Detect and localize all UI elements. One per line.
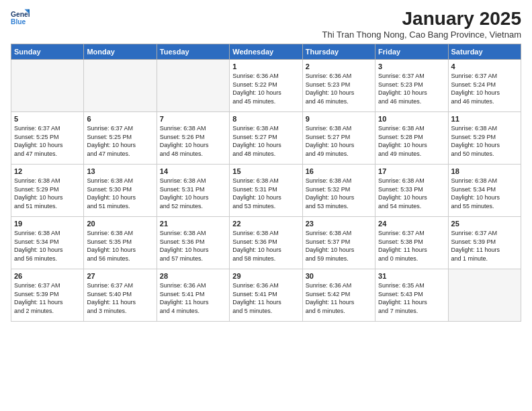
week-row-1: 1Sunrise: 6:36 AM Sunset: 5:22 PM Daylig… bbox=[11, 60, 521, 112]
day-number: 22 bbox=[232, 220, 299, 228]
calendar-cell: 5Sunrise: 6:37 AM Sunset: 5:25 PM Daylig… bbox=[11, 112, 84, 165]
day-number: 19 bbox=[14, 220, 81, 228]
day-info: Sunrise: 6:37 AM Sunset: 5:24 PM Dayligh… bbox=[451, 72, 518, 105]
day-number: 6 bbox=[87, 115, 153, 123]
calendar-subtitle: Thi Tran Thong Nong, Cao Bang Province, … bbox=[322, 30, 521, 40]
day-info: Sunrise: 6:38 AM Sunset: 5:33 PM Dayligh… bbox=[378, 177, 445, 210]
day-info: Sunrise: 6:38 AM Sunset: 5:31 PM Dayligh… bbox=[232, 177, 299, 210]
week-row-4: 19Sunrise: 6:38 AM Sunset: 5:34 PM Dayli… bbox=[11, 217, 521, 269]
day-number: 5 bbox=[14, 115, 81, 123]
title-area: January 2025 Thi Tran Thong Nong, Cao Ba… bbox=[322, 8, 521, 40]
day-info: Sunrise: 6:37 AM Sunset: 5:25 PM Dayligh… bbox=[87, 124, 153, 158]
day-number: 16 bbox=[306, 167, 372, 175]
day-number: 10 bbox=[378, 115, 445, 123]
day-info: Sunrise: 6:36 AM Sunset: 5:41 PM Dayligh… bbox=[232, 281, 299, 315]
day-number: 29 bbox=[232, 272, 299, 280]
calendar-cell: 2Sunrise: 6:36 AM Sunset: 5:23 PM Daylig… bbox=[302, 60, 375, 112]
day-info: Sunrise: 6:38 AM Sunset: 5:36 PM Dayligh… bbox=[232, 229, 299, 263]
day-number: 14 bbox=[160, 167, 226, 175]
day-info: Sunrise: 6:38 AM Sunset: 5:37 PM Dayligh… bbox=[306, 229, 372, 263]
col-wednesday: Wednesday bbox=[230, 44, 302, 60]
calendar-cell: 6Sunrise: 6:37 AM Sunset: 5:25 PM Daylig… bbox=[84, 112, 157, 165]
day-info: Sunrise: 6:37 AM Sunset: 5:39 PM Dayligh… bbox=[14, 281, 81, 315]
day-number: 13 bbox=[87, 167, 153, 175]
day-number: 25 bbox=[451, 220, 518, 228]
calendar-cell: 10Sunrise: 6:38 AM Sunset: 5:28 PM Dayli… bbox=[375, 112, 448, 165]
calendar-cell: 9Sunrise: 6:38 AM Sunset: 5:27 PM Daylig… bbox=[302, 112, 375, 165]
day-number: 15 bbox=[232, 167, 299, 175]
calendar-cell: 24Sunrise: 6:37 AM Sunset: 5:38 PM Dayli… bbox=[375, 217, 448, 269]
col-monday: Monday bbox=[84, 44, 157, 60]
col-thursday: Thursday bbox=[302, 44, 375, 60]
day-number: 4 bbox=[451, 62, 518, 71]
day-number: 30 bbox=[306, 272, 372, 280]
day-info: Sunrise: 6:38 AM Sunset: 5:27 PM Dayligh… bbox=[232, 124, 299, 158]
calendar-cell: 23Sunrise: 6:38 AM Sunset: 5:37 PM Dayli… bbox=[302, 217, 375, 269]
day-info: Sunrise: 6:37 AM Sunset: 5:23 PM Dayligh… bbox=[378, 72, 445, 105]
day-info: Sunrise: 6:37 AM Sunset: 5:39 PM Dayligh… bbox=[451, 229, 518, 263]
calendar-cell: 20Sunrise: 6:38 AM Sunset: 5:35 PM Dayli… bbox=[84, 217, 157, 269]
day-info: Sunrise: 6:38 AM Sunset: 5:34 PM Dayligh… bbox=[14, 229, 81, 263]
day-info: Sunrise: 6:36 AM Sunset: 5:42 PM Dayligh… bbox=[306, 281, 372, 315]
col-tuesday: Tuesday bbox=[157, 44, 229, 60]
calendar-cell bbox=[84, 60, 157, 112]
day-info: Sunrise: 6:37 AM Sunset: 5:25 PM Dayligh… bbox=[14, 124, 81, 158]
day-number: 8 bbox=[232, 115, 299, 123]
day-info: Sunrise: 6:38 AM Sunset: 5:31 PM Dayligh… bbox=[160, 177, 226, 210]
week-row-5: 26Sunrise: 6:37 AM Sunset: 5:39 PM Dayli… bbox=[11, 269, 521, 322]
calendar-cell: 28Sunrise: 6:36 AM Sunset: 5:41 PM Dayli… bbox=[157, 269, 229, 322]
day-number: 27 bbox=[87, 272, 153, 280]
calendar-cell: 12Sunrise: 6:38 AM Sunset: 5:29 PM Dayli… bbox=[11, 165, 84, 217]
calendar-cell: 1Sunrise: 6:36 AM Sunset: 5:22 PM Daylig… bbox=[230, 60, 302, 112]
day-number: 28 bbox=[160, 272, 226, 280]
col-sunday: Sunday bbox=[11, 44, 84, 60]
day-number: 11 bbox=[451, 115, 518, 123]
day-info: Sunrise: 6:38 AM Sunset: 5:34 PM Dayligh… bbox=[451, 177, 518, 210]
calendar-table: Sunday Monday Tuesday Wednesday Thursday… bbox=[11, 44, 521, 322]
calendar-cell: 22Sunrise: 6:38 AM Sunset: 5:36 PM Dayli… bbox=[230, 217, 302, 269]
day-info: Sunrise: 6:37 AM Sunset: 5:40 PM Dayligh… bbox=[87, 281, 153, 315]
calendar-cell: 17Sunrise: 6:38 AM Sunset: 5:33 PM Dayli… bbox=[375, 165, 448, 217]
calendar-cell: 7Sunrise: 6:38 AM Sunset: 5:26 PM Daylig… bbox=[157, 112, 229, 165]
day-number: 24 bbox=[378, 220, 445, 228]
day-number: 7 bbox=[160, 115, 226, 123]
week-row-3: 12Sunrise: 6:38 AM Sunset: 5:29 PM Dayli… bbox=[11, 165, 521, 217]
day-info: Sunrise: 6:36 AM Sunset: 5:22 PM Dayligh… bbox=[232, 72, 299, 105]
day-info: Sunrise: 6:38 AM Sunset: 5:32 PM Dayligh… bbox=[306, 177, 372, 210]
day-info: Sunrise: 6:38 AM Sunset: 5:36 PM Dayligh… bbox=[160, 229, 226, 263]
svg-text:Blue: Blue bbox=[11, 18, 26, 26]
calendar-body: 1Sunrise: 6:36 AM Sunset: 5:22 PM Daylig… bbox=[11, 60, 521, 322]
page: General Blue January 2025 Thi Tran Thong… bbox=[0, 0, 532, 411]
day-number: 12 bbox=[14, 167, 81, 175]
day-info: Sunrise: 6:38 AM Sunset: 5:28 PM Dayligh… bbox=[378, 124, 445, 158]
calendar-cell bbox=[11, 60, 84, 112]
day-info: Sunrise: 6:36 AM Sunset: 5:23 PM Dayligh… bbox=[306, 72, 372, 105]
day-info: Sunrise: 6:36 AM Sunset: 5:41 PM Dayligh… bbox=[160, 281, 226, 315]
header-row: Sunday Monday Tuesday Wednesday Thursday… bbox=[11, 44, 521, 60]
header: General Blue January 2025 Thi Tran Thong… bbox=[11, 8, 521, 40]
calendar-cell: 19Sunrise: 6:38 AM Sunset: 5:34 PM Dayli… bbox=[11, 217, 84, 269]
calendar-cell bbox=[157, 60, 229, 112]
calendar-cell: 29Sunrise: 6:36 AM Sunset: 5:41 PM Dayli… bbox=[230, 269, 302, 322]
day-number: 20 bbox=[87, 220, 153, 228]
day-info: Sunrise: 6:35 AM Sunset: 5:43 PM Dayligh… bbox=[378, 281, 445, 315]
day-number: 18 bbox=[451, 167, 518, 175]
day-number: 9 bbox=[306, 115, 372, 123]
day-info: Sunrise: 6:38 AM Sunset: 5:27 PM Dayligh… bbox=[306, 124, 372, 158]
calendar-cell: 11Sunrise: 6:38 AM Sunset: 5:29 PM Dayli… bbox=[448, 112, 521, 165]
calendar-cell bbox=[448, 269, 521, 322]
calendar-cell: 3Sunrise: 6:37 AM Sunset: 5:23 PM Daylig… bbox=[375, 60, 448, 112]
svg-text:General: General bbox=[11, 11, 30, 18]
calendar-cell: 27Sunrise: 6:37 AM Sunset: 5:40 PM Dayli… bbox=[84, 269, 157, 322]
week-row-2: 5Sunrise: 6:37 AM Sunset: 5:25 PM Daylig… bbox=[11, 112, 521, 165]
calendar-header: Sunday Monday Tuesday Wednesday Thursday… bbox=[11, 44, 521, 60]
day-number: 3 bbox=[378, 62, 445, 71]
day-info: Sunrise: 6:38 AM Sunset: 5:26 PM Dayligh… bbox=[160, 124, 226, 158]
calendar-cell: 13Sunrise: 6:38 AM Sunset: 5:30 PM Dayli… bbox=[84, 165, 157, 217]
day-info: Sunrise: 6:38 AM Sunset: 5:30 PM Dayligh… bbox=[87, 177, 153, 210]
calendar-cell: 8Sunrise: 6:38 AM Sunset: 5:27 PM Daylig… bbox=[230, 112, 302, 165]
calendar-cell: 4Sunrise: 6:37 AM Sunset: 5:24 PM Daylig… bbox=[448, 60, 521, 112]
col-saturday: Saturday bbox=[448, 44, 521, 60]
calendar-cell: 31Sunrise: 6:35 AM Sunset: 5:43 PM Dayli… bbox=[375, 269, 448, 322]
day-info: Sunrise: 6:38 AM Sunset: 5:35 PM Dayligh… bbox=[87, 229, 153, 263]
